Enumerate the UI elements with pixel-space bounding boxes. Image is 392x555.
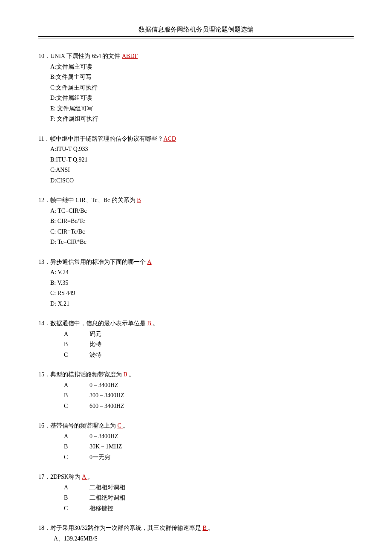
option: F: 文件属组可执行 bbox=[38, 114, 354, 124]
option-value: 30K－1MHZ bbox=[89, 442, 122, 452]
option: C:ANSI bbox=[38, 165, 354, 176]
question-after: 。 bbox=[208, 525, 214, 531]
question-stem: 对于采用30/32路作为一次群的系统，其三次群传输速率是 bbox=[50, 525, 202, 531]
answer: A bbox=[147, 259, 152, 265]
option: A:文件属主可读 bbox=[38, 62, 354, 72]
question-stem: UNIX 下属性为 654 的文件 bbox=[50, 53, 122, 59]
option-value: 300－3400HZ bbox=[89, 390, 124, 401]
option: C0一无穷 bbox=[38, 452, 354, 463]
option-value: 相移键控 bbox=[89, 503, 113, 514]
option-letter: C bbox=[64, 401, 89, 412]
question: 16．基带信号的频谱理论上为 C 。A0－3400HZB30K－1MHZC0一无… bbox=[38, 421, 354, 462]
question-text: 10．UNIX 下属性为 654 的文件 ABDF bbox=[38, 51, 354, 62]
option: A码元 bbox=[38, 329, 354, 340]
option: C600－3400HZ bbox=[38, 401, 354, 412]
question: 10．UNIX 下属性为 654 的文件 ABDFA:文件属主可读B:文件属主可… bbox=[38, 51, 354, 124]
question-after: 。 bbox=[87, 474, 93, 480]
option: C相移键控 bbox=[38, 503, 354, 514]
question-text: 16．基带信号的频谱理论上为 C 。 bbox=[38, 421, 354, 431]
option: C波特 bbox=[38, 350, 354, 361]
question-after: 。 bbox=[153, 320, 159, 327]
option-value: 0一无穷 bbox=[89, 452, 110, 463]
option: D: X.21 bbox=[38, 299, 354, 309]
option-value: 二相相对调相 bbox=[89, 483, 125, 493]
question-number: 17． bbox=[38, 474, 50, 480]
option: A0－3400HZ bbox=[38, 380, 354, 391]
option: A二相相对调相 bbox=[38, 483, 354, 493]
option-letter: A bbox=[64, 380, 89, 391]
option: D: Tc=CIR*Bc bbox=[38, 237, 354, 248]
question-stem: 帧中继中用于链路管理的信令协议有哪些？ bbox=[50, 136, 163, 142]
option: C: CIR=Tc/Bc bbox=[38, 227, 354, 237]
question-number: 16． bbox=[38, 422, 50, 429]
option-value: 码元 bbox=[89, 329, 101, 340]
question-text: 17．2DPSK称为 A 。 bbox=[38, 472, 354, 483]
option: D:CISCO bbox=[38, 176, 354, 186]
option: A: V.24 bbox=[38, 267, 354, 278]
question-number: 18． bbox=[38, 525, 50, 531]
option-letter: A bbox=[64, 483, 89, 493]
answer: B bbox=[202, 525, 208, 531]
option: B300－3400HZ bbox=[38, 390, 354, 401]
question-stem: 异步通信常用的标准为下面的哪一个 bbox=[50, 259, 147, 265]
question-text: 11．帧中继中用于链路管理的信令协议有哪些？ACD bbox=[38, 134, 354, 145]
question-text: 14．数据通信中，信息的最小表示单位是 B 。 bbox=[38, 318, 354, 329]
option: C:文件属主可执行 bbox=[38, 83, 354, 93]
header-underline bbox=[38, 38, 354, 38]
question-number: 13． bbox=[38, 259, 50, 265]
question-stem: 帧中继中 CIR、Tc、Bc 的关系为 bbox=[50, 197, 137, 203]
option: B: CIR=Bc/Tc bbox=[38, 216, 354, 227]
option-letter: B bbox=[64, 390, 89, 401]
option-value: 二相绝对调相 bbox=[89, 493, 125, 503]
option: A:ITU-T Q.933 bbox=[38, 144, 354, 155]
option-value: 比特 bbox=[89, 339, 101, 350]
answer: C bbox=[118, 422, 123, 429]
option-letter: A bbox=[64, 329, 89, 340]
question-number: 10． bbox=[38, 53, 50, 59]
answer: B bbox=[137, 197, 141, 203]
option-letter: B bbox=[64, 442, 89, 452]
option-letter: A bbox=[64, 431, 89, 442]
question: 11．帧中继中用于链路管理的信令协议有哪些？ACDA:ITU-T Q.933B:… bbox=[38, 134, 354, 186]
option: A0－3400HZ bbox=[38, 431, 354, 442]
option: B二相绝对调相 bbox=[38, 493, 354, 503]
question-number: 15． bbox=[38, 371, 50, 378]
option: B比特 bbox=[38, 339, 354, 350]
answer: A bbox=[82, 474, 87, 480]
question-stem: 基带信号的频谱理论上为 bbox=[50, 422, 118, 429]
question: 13．异步通信常用的标准为下面的哪一个 AA: V.24B: V.35C: RS… bbox=[38, 257, 354, 309]
option-value: 0－3400HZ bbox=[89, 431, 118, 442]
page-header: 数据信息服务网络机务员理论题例题选编 bbox=[38, 26, 354, 37]
question-text: 15．典型的模拟话路频带宽度为 B 。 bbox=[38, 370, 354, 380]
question: 15．典型的模拟话路频带宽度为 B 。A0－3400HZB300－3400HZC… bbox=[38, 370, 354, 411]
option: A: TC=CIR/Bc bbox=[38, 206, 354, 217]
question-number: 12． bbox=[38, 197, 50, 203]
question-after: 。 bbox=[129, 371, 135, 378]
question: 14．数据通信中，信息的最小表示单位是 B 。A码元B比特C波特 bbox=[38, 318, 354, 360]
document-page: 数据信息服务网络机务员理论题例题选编 10．UNIX 下属性为 654 的文件 … bbox=[0, 0, 392, 555]
option: D:文件属组可读 bbox=[38, 93, 354, 104]
question-stem: 典型的模拟话路频带宽度为 bbox=[50, 371, 124, 378]
option: E: 文件属组可写 bbox=[38, 104, 354, 114]
question-text: 18．对于采用30/32路作为一次群的系统，其三次群传输速率是 B 。 bbox=[38, 523, 354, 534]
question-number: 11． bbox=[38, 136, 50, 142]
option-letter: C bbox=[64, 503, 89, 514]
option-letter: C bbox=[64, 452, 89, 463]
option: B30K－1MHZ bbox=[38, 442, 354, 452]
option: B:文件属主可写 bbox=[38, 72, 354, 83]
question: 18．对于采用30/32路作为一次群的系统，其三次群传输速率是 B 。A、139… bbox=[38, 523, 354, 544]
option-letter: C bbox=[64, 350, 89, 361]
answer: ACD bbox=[163, 136, 176, 142]
answer: ABDF bbox=[122, 53, 138, 59]
question-stem: 数据通信中，信息的最小表示单位是 bbox=[50, 320, 147, 327]
answer: B bbox=[147, 320, 153, 327]
option-value: 波特 bbox=[89, 350, 101, 361]
question-after: 。 bbox=[123, 422, 129, 429]
option-letter: B bbox=[64, 493, 89, 503]
question-number: 14． bbox=[38, 320, 50, 327]
answer: B bbox=[124, 371, 129, 378]
question: 12．帧中继中 CIR、Tc、Bc 的关系为 BA: TC=CIR/BcB: C… bbox=[38, 195, 354, 248]
question-text: 13．异步通信常用的标准为下面的哪一个 A bbox=[38, 257, 354, 268]
option: B: V.35 bbox=[38, 278, 354, 289]
option: C: RS 449 bbox=[38, 288, 354, 299]
